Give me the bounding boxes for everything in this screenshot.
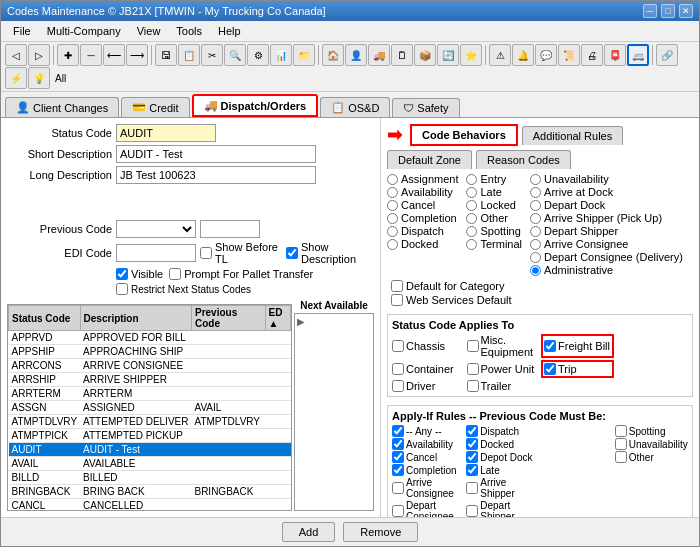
radio-unavailability-input[interactable] <box>530 174 541 185</box>
tb-btn22[interactable]: 📮 <box>604 44 626 66</box>
menu-file[interactable]: File <box>5 23 39 39</box>
tb-btn4[interactable]: 📋 <box>178 44 200 66</box>
table-row[interactable]: ARRSHIPARRIVE SHIPPER <box>9 373 291 387</box>
ai-any-checkbox[interactable] <box>392 425 404 437</box>
radio-administrative-input[interactable] <box>530 265 541 276</box>
toolbar-arrow2[interactable]: ⟶ <box>126 44 148 66</box>
freight-bill-checkbox[interactable] <box>544 340 556 352</box>
tb-btn18[interactable]: 🔔 <box>512 44 534 66</box>
maximize-button[interactable]: □ <box>661 4 675 18</box>
ai-other-checkbox[interactable] <box>615 451 627 463</box>
tb-btn10[interactable]: 🏠 <box>322 44 344 66</box>
radio-cancel-input[interactable] <box>387 200 398 211</box>
default-category-checkbox[interactable] <box>391 280 403 292</box>
tab-default-zone[interactable]: Default Zone <box>387 150 472 169</box>
tb-btn21[interactable]: 🖨 <box>581 44 603 66</box>
toolbar-fwd[interactable]: ▷ <box>28 44 50 66</box>
tab-osd[interactable]: 📋 OS&D <box>320 97 390 117</box>
menu-tools[interactable]: Tools <box>168 23 210 39</box>
table-row[interactable]: ARRTERMARRTERM <box>9 387 291 401</box>
ai-depart-consignee-checkbox[interactable] <box>392 505 404 517</box>
table-row[interactable]: AUDITAUDIT - Test <box>9 443 291 457</box>
remove-button[interactable]: Remove <box>343 522 418 542</box>
ai-unavailability-checkbox[interactable] <box>615 438 627 450</box>
radio-arrive-shipper-input[interactable] <box>530 213 541 224</box>
table-row[interactable]: AVAILAVAILABLE <box>9 457 291 471</box>
table-row[interactable]: ATMPTDLVRYATTEMPTED DELIVERATMPTDLVRY <box>9 415 291 429</box>
table-row[interactable]: CANCLCANCELLED <box>9 499 291 512</box>
restrict-checkbox[interactable] <box>116 283 128 295</box>
tab-reason-codes[interactable]: Reason Codes <box>476 150 571 169</box>
show-desc-checkbox[interactable] <box>286 247 298 259</box>
tab-additional-rules[interactable]: Additional Rules <box>522 126 624 145</box>
add-button[interactable]: Add <box>282 522 336 542</box>
edi-code-input[interactable] <box>116 244 196 262</box>
radio-arrive-dock-input[interactable] <box>530 187 541 198</box>
tb-btn26[interactable]: 💡 <box>28 67 50 89</box>
menu-view[interactable]: View <box>129 23 169 39</box>
tab-safety[interactable]: 🛡 Safety <box>392 98 459 117</box>
minimize-button[interactable]: ─ <box>643 4 657 18</box>
menu-multi-company[interactable]: Multi-Company <box>39 23 129 39</box>
ai-dispatch-checkbox[interactable] <box>466 425 478 437</box>
radio-locked-input[interactable] <box>466 200 477 211</box>
tab-client-changes[interactable]: 👤 Client Changes <box>5 97 119 117</box>
radio-other-input[interactable] <box>466 213 477 224</box>
ai-docked-checkbox[interactable] <box>466 438 478 450</box>
tb-btn6[interactable]: 🔍 <box>224 44 246 66</box>
tb-btn8[interactable]: 📊 <box>270 44 292 66</box>
radio-arrive-consignee-input[interactable] <box>530 239 541 250</box>
toolbar-add[interactable]: ✚ <box>57 44 79 66</box>
visible-checkbox[interactable] <box>116 268 128 280</box>
tb-btn11[interactable]: 👤 <box>345 44 367 66</box>
status-code-input[interactable] <box>116 124 216 142</box>
toolbar-back[interactable]: ◁ <box>5 44 27 66</box>
tb-btn3[interactable]: 🖫 <box>155 44 177 66</box>
table-row[interactable]: ARRCONSARRIVE CONSIGNEE <box>9 359 291 373</box>
trip-checkbox[interactable] <box>544 363 556 375</box>
ai-spotting-checkbox[interactable] <box>615 425 627 437</box>
tb-btn25[interactable]: ⚡ <box>5 67 27 89</box>
tb-btn9[interactable]: 📁 <box>293 44 315 66</box>
radio-entry-input[interactable] <box>466 174 477 185</box>
tb-btn16[interactable]: ⭐ <box>460 44 482 66</box>
table-row[interactable]: APPSHIPAPPROACHING SHIP <box>9 345 291 359</box>
table-row[interactable]: BRINGBACKBRING BACKBRINGBACK <box>9 485 291 499</box>
toolbar-arrow[interactable]: ⟵ <box>103 44 125 66</box>
driver-checkbox[interactable] <box>392 380 404 392</box>
prompt-pallet-checkbox[interactable] <box>169 268 181 280</box>
tb-btn7[interactable]: ⚙ <box>247 44 269 66</box>
close-button[interactable]: ✕ <box>679 4 693 18</box>
radio-spotting-input[interactable] <box>466 226 477 237</box>
prev-code-input2[interactable] <box>200 220 260 238</box>
tb-btn15[interactable]: 🔄 <box>437 44 459 66</box>
long-desc-input[interactable] <box>116 166 316 184</box>
power-unit-checkbox[interactable] <box>467 363 479 375</box>
ai-depart-shipper-checkbox[interactable] <box>466 505 478 517</box>
radio-depart-consignee-input[interactable] <box>530 252 541 263</box>
table-row[interactable]: APPRVDAPPROVED FOR BILL <box>9 331 291 345</box>
ai-arrive-consignee-checkbox[interactable] <box>392 482 404 494</box>
prev-code-select[interactable] <box>116 220 196 238</box>
ai-depot-dock-checkbox[interactable] <box>466 451 478 463</box>
menu-help[interactable]: Help <box>210 23 249 39</box>
tb-btn23[interactable]: 🚐 <box>627 44 649 66</box>
radio-late-input[interactable] <box>466 187 477 198</box>
short-desc-input[interactable] <box>116 145 316 163</box>
table-row[interactable]: ATMPTPICKATTEMPTED PICKUP <box>9 429 291 443</box>
radio-assignment-input[interactable] <box>387 174 398 185</box>
tb-btn13[interactable]: 🗒 <box>391 44 413 66</box>
radio-completion-input[interactable] <box>387 213 398 224</box>
chassis-checkbox[interactable] <box>392 340 404 352</box>
web-services-checkbox[interactable] <box>391 294 403 306</box>
ai-availability-checkbox[interactable] <box>392 438 404 450</box>
table-row[interactable]: BILLDBILLED <box>9 471 291 485</box>
tb-btn14[interactable]: 📦 <box>414 44 436 66</box>
radio-availability-input[interactable] <box>387 187 398 198</box>
status-table[interactable]: Status Code Description Previous Code ED… <box>7 304 292 511</box>
ai-cancel-checkbox[interactable] <box>392 451 404 463</box>
show-before-tl-checkbox[interactable] <box>200 247 212 259</box>
ai-late-checkbox[interactable] <box>466 464 478 476</box>
tb-btn17[interactable]: ⚠ <box>489 44 511 66</box>
radio-depart-shipper-input[interactable] <box>530 226 541 237</box>
